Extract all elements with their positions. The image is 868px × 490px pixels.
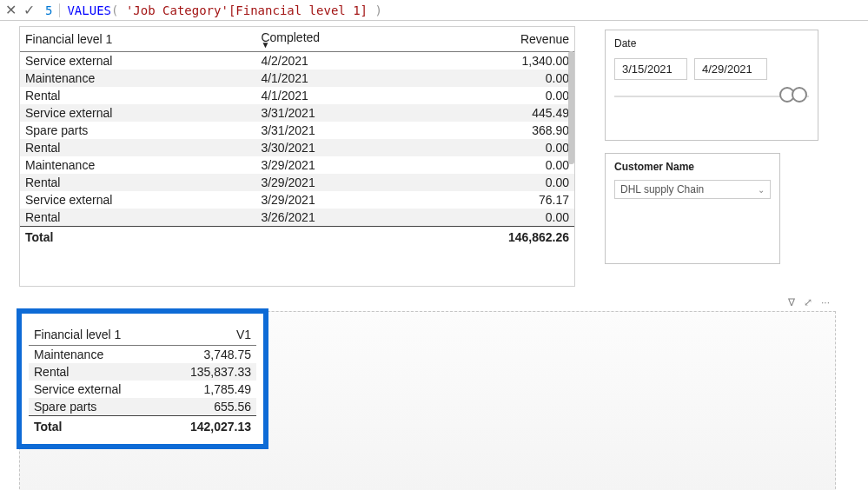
cell-fin: Rental (20, 209, 255, 227)
slider-handle-end[interactable] (792, 87, 807, 103)
cell-revenue: 0.00 (413, 139, 574, 156)
cell-revenue: 0.00 (413, 156, 574, 174)
cell-revenue: 0.00 (413, 87, 574, 104)
summary-visual-container[interactable]: ∇ ⤢ ··· Financial level 1 V1 Maintenance… (19, 311, 836, 490)
cell-completed: 3/30/2021 (255, 139, 413, 156)
cell-completed: 4/2/2021 (255, 52, 413, 70)
cell-revenue: 0.00 (413, 70, 574, 87)
col-header-financial-level[interactable]: Financial level 1 (29, 324, 142, 346)
details-table: Financial level 1 Completed ▼ Revenue Se… (20, 27, 574, 248)
summary-table-highlight: Financial level 1 V1 Maintenance3,748.75… (17, 308, 268, 449)
cell-completed: 4/1/2021 (255, 70, 413, 87)
cell-completed: 3/31/2021 (255, 104, 413, 122)
cell-fin: Rental (29, 363, 142, 381)
chevron-down-icon: ⌄ (758, 185, 765, 195)
cell-fin: Maintenance (20, 156, 255, 174)
date-slicer-title: Date (614, 37, 809, 50)
table-row[interactable]: Maintenance4/1/20210.00 (20, 70, 574, 87)
cell-v1: 655.56 (142, 398, 256, 416)
col-header-financial-level[interactable]: Financial level 1 (20, 27, 255, 52)
table-row[interactable]: Rental3/29/20210.00 (20, 174, 574, 191)
table-row[interactable]: Spare parts3/31/2021368.90 (20, 122, 574, 139)
table-row[interactable]: Maintenance3,748.75 (29, 346, 256, 364)
cell-fin: Maintenance (29, 346, 142, 364)
date-slider-track[interactable] (614, 96, 809, 97)
visual-toolbar: ∇ ⤢ ··· (788, 296, 830, 308)
cell-revenue: 1,340.00 (413, 52, 574, 70)
filter-icon[interactable]: ∇ (788, 296, 795, 308)
cell-completed: 3/29/2021 (255, 191, 413, 209)
cell-fin: Maintenance (20, 70, 255, 87)
date-start-input[interactable]: 3/15/2021 (614, 58, 687, 80)
cell-revenue: 445.49 (413, 104, 574, 122)
cell-fin: Service external (20, 52, 255, 70)
cell-completed: 3/31/2021 (255, 122, 413, 139)
cell-fin: Spare parts (29, 398, 142, 416)
cell-fin: Service external (29, 381, 142, 398)
table-row[interactable]: Service external4/2/20211,340.00 (20, 52, 574, 70)
cell-fin: Rental (20, 87, 255, 104)
formula-code[interactable]: VALUES( 'Job Category'[Financial level 1… (67, 3, 381, 17)
cell-completed: 4/1/2021 (255, 87, 413, 104)
cell-v1: 1,785.49 (142, 381, 256, 398)
cell-fin: Service external (20, 191, 255, 209)
total-value: 142,027.13 (142, 416, 256, 438)
cell-revenue: 0.00 (413, 209, 574, 227)
table-row[interactable]: Rental135,837.33 (29, 363, 256, 381)
table-row[interactable]: Maintenance3/29/20210.00 (20, 156, 574, 174)
cell-fin: Rental (20, 139, 255, 156)
total-value: 146,862.26 (413, 227, 574, 248)
cell-completed: 3/26/2021 (255, 209, 413, 227)
table-row[interactable]: Service external3/31/2021445.49 (20, 104, 574, 122)
date-slicer[interactable]: Date 3/15/2021 4/29/2021 (605, 30, 818, 141)
table-row[interactable]: Rental4/1/20210.00 (20, 87, 574, 104)
table-visual-details[interactable]: Financial level 1 Completed ▼ Revenue Se… (19, 26, 575, 287)
cell-fin: Rental (20, 174, 255, 191)
more-options-icon[interactable]: ··· (821, 296, 830, 308)
scrollbar-thumb[interactable] (568, 51, 574, 164)
report-canvas: Financial level 1 Completed ▼ Revenue Se… (0, 21, 868, 490)
cell-v1: 135,837.33 (142, 363, 256, 381)
focus-mode-icon[interactable]: ⤢ (804, 296, 812, 308)
col-header-revenue[interactable]: Revenue (413, 27, 574, 52)
col-header-completed[interactable]: Completed ▼ (255, 27, 413, 52)
summary-table: Financial level 1 V1 Maintenance3,748.75… (29, 324, 256, 437)
commit-formula-icon[interactable]: ✓ (23, 2, 35, 18)
total-label: Total (29, 416, 142, 438)
table-row[interactable]: Rental3/30/20210.00 (20, 139, 574, 156)
formula-bar: ✕ ✓ 5 VALUES( 'Job Category'[Financial l… (0, 0, 868, 21)
cell-completed: 3/29/2021 (255, 156, 413, 174)
cell-revenue: 76.17 (413, 191, 574, 209)
customer-selected: DHL supply Chain (620, 183, 704, 195)
cell-fin: Service external (20, 104, 255, 122)
table-row[interactable]: Service external3/29/202176.17 (20, 191, 574, 209)
details-body: Service external4/2/20211,340.00Maintena… (20, 52, 574, 227)
table-row[interactable]: Rental3/26/20210.00 (20, 209, 574, 227)
customer-dropdown[interactable]: DHL supply Chain ⌄ (614, 180, 771, 199)
col-header-v1[interactable]: V1 (142, 324, 256, 346)
cell-revenue: 368.90 (413, 122, 574, 139)
date-end-input[interactable]: 4/29/2021 (694, 58, 767, 80)
cancel-formula-icon[interactable]: ✕ (5, 2, 17, 18)
cell-v1: 3,748.75 (142, 346, 256, 364)
customer-slicer[interactable]: Customer Name DHL supply Chain ⌄ (605, 153, 780, 264)
table-row[interactable]: Spare parts655.56 (29, 398, 256, 416)
total-label: Total (20, 227, 255, 248)
table-row[interactable]: Service external1,785.49 (29, 381, 256, 398)
cell-completed: 3/29/2021 (255, 174, 413, 191)
customer-slicer-title: Customer Name (614, 161, 771, 173)
cell-revenue: 0.00 (413, 174, 574, 191)
formula-line-number: 5 (45, 3, 60, 17)
cell-fin: Spare parts (20, 122, 255, 139)
